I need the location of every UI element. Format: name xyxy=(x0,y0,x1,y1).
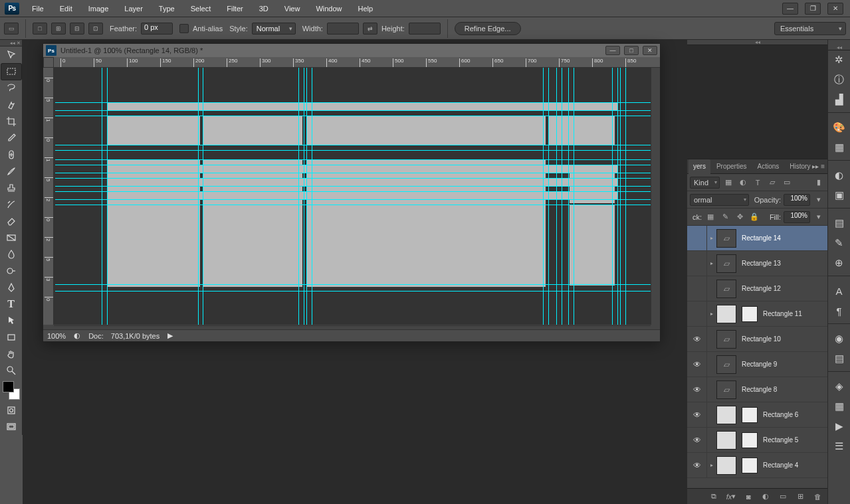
brush-tool[interactable] xyxy=(1,163,21,179)
color-icon[interactable]: 🎨 xyxy=(830,118,849,137)
layer-name[interactable]: Rectangle 5 xyxy=(763,436,798,444)
guide-horizontal[interactable] xyxy=(55,145,651,145)
height-input[interactable] xyxy=(409,23,441,35)
layer-row[interactable]: ▱Rectangle 12 xyxy=(687,276,827,301)
character-icon[interactable]: A xyxy=(830,282,849,300)
history-brush-tool[interactable] xyxy=(1,197,21,212)
guide-horizontal[interactable] xyxy=(55,191,651,192)
canvas-viewport[interactable] xyxy=(54,68,651,325)
fill-slider-icon[interactable]: ▾ xyxy=(813,211,825,223)
filter-shape-icon[interactable]: ▱ xyxy=(766,177,778,189)
guide-horizontal[interactable] xyxy=(55,173,651,173)
tool-preset-icon[interactable]: ▭ xyxy=(4,23,19,35)
visibility-toggle[interactable] xyxy=(687,226,707,250)
guide-horizontal[interactable] xyxy=(55,150,651,151)
layer-row[interactable]: ▸Rectangle 11 xyxy=(687,301,827,327)
layer-name[interactable]: Rectangle 14 xyxy=(742,234,781,242)
filter-type-icon[interactable]: T xyxy=(752,177,764,189)
quickmask-tool[interactable] xyxy=(1,402,21,418)
layer-name[interactable]: Rectangle 4 xyxy=(763,462,798,469)
filter-kind-select[interactable]: Kind xyxy=(690,177,720,189)
expand-icon[interactable]: ▸ xyxy=(707,260,716,266)
refine-edge-button[interactable]: Refine Edge... xyxy=(455,22,521,35)
guide-vertical[interactable] xyxy=(612,68,613,325)
menu-window[interactable]: Window xyxy=(308,0,350,17)
link-layers-icon[interactable]: ⧉ xyxy=(706,491,721,503)
menu-type[interactable]: Type xyxy=(151,0,183,17)
lock-transparent-icon[interactable]: ▦ xyxy=(704,211,716,223)
gradient-tool[interactable] xyxy=(1,230,21,246)
width-input[interactable] xyxy=(327,23,359,35)
filter-smart-icon[interactable]: ▭ xyxy=(781,177,793,189)
healing-tool[interactable] xyxy=(1,147,21,163)
layer-thumbnail[interactable] xyxy=(716,456,736,475)
expand-icon[interactable]: ▸ xyxy=(707,235,716,241)
opacity-slider-icon[interactable]: ▾ xyxy=(813,194,825,206)
layer-row[interactable]: ▸▱Rectangle 14 xyxy=(687,226,827,251)
guide-horizontal[interactable] xyxy=(55,102,651,103)
histogram-icon[interactable]: ▟ xyxy=(830,90,849,109)
blur-tool[interactable] xyxy=(1,246,21,262)
opacity-input[interactable]: 100% xyxy=(784,194,810,206)
clone-source-icon[interactable]: ⊕ xyxy=(830,254,849,272)
dodge-tool[interactable] xyxy=(1,263,21,279)
ruler-origin[interactable] xyxy=(43,57,54,68)
layer-name[interactable]: Rectangle 12 xyxy=(742,285,781,292)
menu-3d[interactable]: 3D xyxy=(251,0,276,17)
layer-name[interactable]: Rectangle 13 xyxy=(742,260,781,267)
mask-thumbnail[interactable] xyxy=(742,458,758,473)
lock-position-icon[interactable]: ✥ xyxy=(734,211,746,223)
zoom-display[interactable]: 100% xyxy=(47,332,66,340)
screenmode-tool[interactable] xyxy=(1,419,21,435)
layer-name[interactable]: Rectangle 6 xyxy=(763,411,798,418)
layer-name[interactable]: Rectangle 11 xyxy=(763,310,802,317)
menu-view[interactable]: View xyxy=(276,0,308,17)
menu-file[interactable]: File xyxy=(24,0,52,17)
visibility-toggle[interactable]: 👁 xyxy=(687,352,707,377)
guide-vertical[interactable] xyxy=(617,68,618,325)
layer-row[interactable]: 👁▱Rectangle 9 xyxy=(687,352,827,377)
styles-icon[interactable]: ▣ xyxy=(830,186,849,205)
menu-select[interactable]: Select xyxy=(183,0,219,17)
guide-horizontal[interactable] xyxy=(55,199,651,200)
filter-adjust-icon[interactable]: ◐ xyxy=(737,177,749,189)
guide-vertical[interactable] xyxy=(102,68,102,325)
guide-vertical[interactable] xyxy=(312,68,312,325)
type-tool[interactable]: T xyxy=(1,296,21,312)
tools-collapse-button[interactable]: ◂◂ ✕ xyxy=(0,40,22,46)
guide-vertical[interactable] xyxy=(562,68,562,325)
vertical-scrollbar[interactable] xyxy=(651,68,660,325)
layer-name[interactable]: Rectangle 8 xyxy=(742,386,777,393)
feather-input[interactable]: 0 px xyxy=(141,23,173,35)
guide-vertical[interactable] xyxy=(568,68,569,325)
layer-row[interactable]: ▸▱Rectangle 13 xyxy=(687,251,827,276)
tab-actions[interactable]: Actions xyxy=(752,159,784,174)
new-layer-icon[interactable]: ⊞ xyxy=(793,491,807,503)
close-button[interactable]: ✕ xyxy=(827,3,843,15)
layer-thumbnail[interactable]: ▱ xyxy=(716,280,736,298)
info-panel-icon[interactable]: ⓘ xyxy=(830,70,849,89)
doc-close-button[interactable]: ✕ xyxy=(643,46,657,55)
layer-thumbnail[interactable]: ▱ xyxy=(716,355,736,374)
layers-dock-icon[interactable]: ◈ xyxy=(830,377,849,396)
panel-collapse-handle[interactable]: ◂◂ xyxy=(687,40,827,45)
guide-vertical[interactable] xyxy=(306,68,307,325)
3d-icon[interactable]: ◉ xyxy=(830,329,849,348)
paragraph-icon[interactable]: ¶ xyxy=(830,301,849,320)
mask-thumbnail[interactable] xyxy=(742,306,758,322)
new-selection-icon[interactable]: □ xyxy=(33,23,47,35)
filter-toggle-icon[interactable]: ▮ xyxy=(813,177,825,189)
tab-properties[interactable]: Properties xyxy=(712,159,752,174)
filter-pixel-icon[interactable]: ▦ xyxy=(722,177,734,189)
layer-thumbnail[interactable] xyxy=(716,431,736,450)
layer-row[interactable]: 👁Rectangle 5 xyxy=(687,428,827,453)
layer-row[interactable]: 👁▱Rectangle 10 xyxy=(687,327,827,352)
guide-vertical[interactable] xyxy=(548,68,549,325)
guide-vertical[interactable] xyxy=(198,68,199,325)
visibility-toggle[interactable]: 👁 xyxy=(687,402,707,427)
menu-help[interactable]: Help xyxy=(350,0,381,17)
maximize-button[interactable]: ❐ xyxy=(805,3,821,15)
panel-menu-icon[interactable]: ▸▸ ≡ xyxy=(812,163,825,170)
timeline-icon[interactable]: ☰ xyxy=(830,437,849,456)
style-select[interactable]: Normal xyxy=(252,23,296,35)
